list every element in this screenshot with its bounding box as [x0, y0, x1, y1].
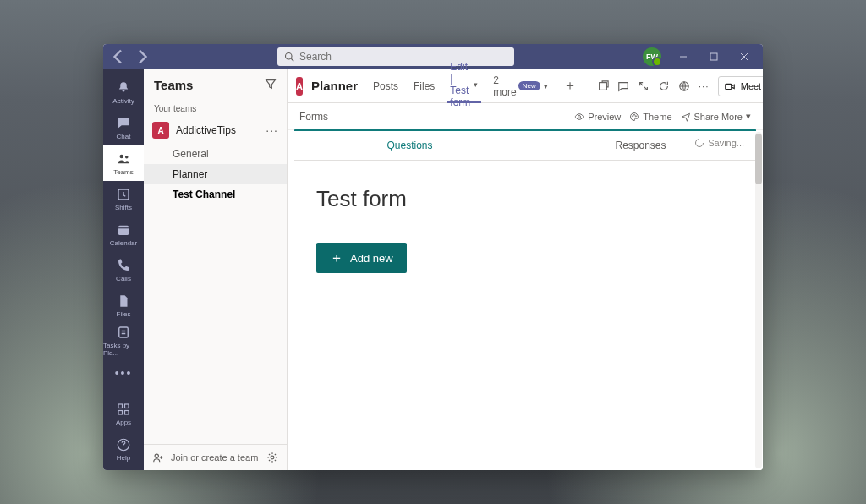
svg-point-2 [120, 154, 124, 158]
share-icon [681, 112, 691, 122]
svg-rect-1 [710, 53, 717, 60]
bell-icon [116, 80, 131, 96]
camera-icon [724, 80, 736, 92]
team-name: AddictiveTips [176, 124, 259, 136]
popout-icon[interactable] [597, 77, 609, 96]
channel-tabbar: A Planner Posts Files Edit | Test form ▾… [288, 69, 763, 103]
preview-button[interactable]: Preview [574, 112, 621, 122]
join-team-link[interactable]: Join or create a team [171, 452, 260, 463]
task-icon [116, 325, 131, 340]
search-box[interactable] [277, 47, 514, 66]
panel-footer: Join or create a team [144, 444, 287, 470]
svg-rect-8 [125, 404, 129, 408]
tab-more-icon[interactable]: ··· [699, 77, 710, 96]
titlebar: FW [103, 44, 763, 69]
channel-planner[interactable]: Planner [144, 164, 287, 184]
rail-teams[interactable]: Teams [103, 145, 144, 181]
channel-test[interactable]: Test Channel [144, 184, 287, 205]
panel-title: Teams [154, 78, 260, 92]
gear-icon[interactable] [266, 452, 278, 463]
chat-toggle-icon[interactable] [617, 77, 629, 96]
phone-icon [116, 258, 131, 273]
nav-forward-button[interactable] [132, 47, 152, 67]
form-tabs: Questions Responses Saving... [294, 130, 756, 161]
tab-files[interactable]: Files [410, 69, 438, 103]
forms-subbar: Forms Preview Theme Share More ▾ [288, 103, 763, 130]
teams-window: FW Activity Chat Teams Shifts [103, 44, 763, 470]
calendar-icon [116, 222, 131, 238]
theme-button[interactable]: Theme [629, 112, 671, 122]
search-icon [284, 52, 294, 62]
join-team-icon [152, 452, 164, 463]
form-title[interactable]: Test form [316, 186, 734, 212]
team-avatar: A [152, 122, 169, 139]
svg-rect-7 [118, 404, 123, 408]
window-minimize-button[interactable] [670, 47, 697, 67]
window-close-button[interactable] [731, 47, 758, 67]
form-body: Test form ＋ Add new [288, 161, 763, 470]
forms-label: Forms [299, 111, 328, 123]
spinner-icon [694, 138, 704, 148]
scrollbar-thumb[interactable] [755, 134, 762, 184]
rail-calendar[interactable]: Calendar [103, 216, 144, 252]
svg-point-3 [125, 155, 129, 158]
scrollbar-track[interactable] [755, 132, 762, 468]
svg-rect-16 [725, 84, 731, 89]
rail-tasks[interactable]: Tasks by Pla... [103, 323, 144, 359]
content-area: A Planner Posts Files Edit | Test form ▾… [288, 69, 763, 470]
forms-canvas: Questions Responses Saving... Test form … [288, 130, 763, 470]
svg-point-19 [634, 114, 635, 115]
rail-shifts[interactable]: Shifts [103, 181, 144, 216]
rail-activity[interactable]: Activity [103, 74, 144, 110]
rail-help[interactable]: Help [103, 431, 144, 467]
svg-rect-6 [119, 327, 129, 337]
svg-point-20 [636, 115, 637, 116]
rail-calls[interactable]: Calls [103, 252, 144, 288]
globe-icon[interactable] [678, 77, 690, 96]
share-button[interactable]: Share More ▾ [681, 111, 751, 122]
teams-panel: Teams Your teams A AddictiveTips ··· Gen… [144, 69, 288, 470]
tab-edit-testform[interactable]: Edit | Test form ▾ [447, 69, 481, 103]
team-more-button[interactable]: ··· [266, 123, 278, 137]
saving-indicator: Saving... [694, 138, 744, 148]
chat-icon [116, 116, 131, 131]
svg-rect-9 [118, 410, 123, 414]
reload-icon[interactable] [658, 77, 670, 96]
svg-point-0 [286, 53, 293, 60]
apps-icon [116, 402, 131, 417]
svg-rect-14 [599, 82, 606, 90]
funnel-icon [265, 78, 277, 90]
add-tab-button[interactable]: ＋ [560, 77, 580, 95]
tab-posts[interactable]: Posts [370, 69, 402, 103]
meet-button[interactable]: Meet [718, 76, 763, 96]
svg-point-12 [155, 454, 158, 457]
tab-questions[interactable]: Questions [294, 130, 525, 160]
clock-icon [116, 187, 131, 202]
search-input[interactable] [299, 51, 507, 63]
theme-icon [629, 112, 639, 122]
tab-more[interactable]: 2 more New ▾ [490, 69, 551, 103]
channel-name: Planner [311, 79, 358, 93]
expand-icon[interactable] [638, 77, 650, 96]
current-user-avatar[interactable]: FW [643, 47, 661, 66]
nav-back-button[interactable] [108, 47, 129, 67]
people-icon [116, 151, 131, 167]
channel-general[interactable]: General [144, 144, 287, 164]
svg-rect-5 [118, 225, 129, 234]
window-maximize-button[interactable] [700, 47, 727, 67]
filter-button[interactable] [265, 78, 277, 92]
rail-apps[interactable]: Apps [103, 396, 144, 431]
svg-point-13 [271, 456, 274, 459]
channel-avatar: A [296, 77, 303, 96]
rail-chat[interactable]: Chat [103, 110, 144, 145]
add-new-button[interactable]: ＋ Add new [316, 243, 407, 273]
help-icon [116, 437, 131, 452]
rail-files[interactable]: Files [103, 288, 144, 323]
team-row[interactable]: A AddictiveTips ··· [144, 117, 287, 144]
rail-more[interactable]: ••• [103, 359, 144, 387]
app-rail: Activity Chat Teams Shifts Calendar Call… [103, 69, 144, 470]
eye-icon [574, 112, 584, 122]
svg-point-18 [633, 115, 633, 116]
section-label: Your teams [144, 101, 287, 117]
file-icon [116, 293, 131, 309]
